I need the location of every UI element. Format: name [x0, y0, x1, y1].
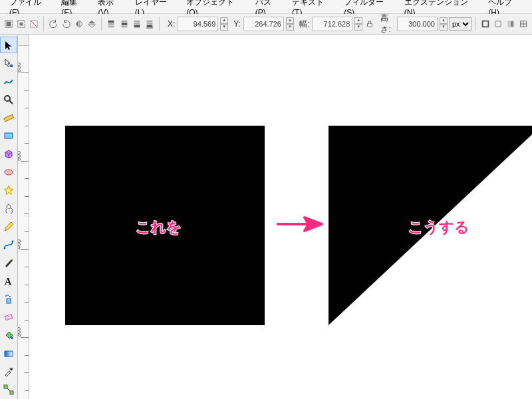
- y-label: Y:: [233, 19, 241, 29]
- svg-rect-10: [121, 23, 127, 25]
- star-tool[interactable]: [0, 182, 17, 198]
- flip-vertical-icon[interactable]: [86, 17, 97, 31]
- affect-pattern-icon[interactable]: [518, 17, 529, 31]
- pencil-tool[interactable]: [0, 218, 17, 235]
- spiral-tool[interactable]: [0, 200, 17, 217]
- affect-stroke-icon[interactable]: [480, 17, 491, 31]
- svg-point-41: [11, 336, 13, 339]
- svg-rect-21: [495, 21, 501, 27]
- connector-tool[interactable]: [0, 382, 17, 398]
- svg-rect-7: [108, 23, 114, 25]
- affect-corners-icon[interactable]: [493, 17, 504, 31]
- svg-rect-36: [7, 299, 11, 303]
- calligraphy-tool[interactable]: [0, 255, 17, 271]
- canvas[interactable]: これを こうする: [29, 46, 532, 399]
- toolbox: A: [0, 35, 18, 399]
- gradient-tool[interactable]: [0, 345, 17, 362]
- svg-rect-6: [108, 21, 114, 23]
- svg-text:A: A: [5, 277, 12, 287]
- x-input[interactable]: [178, 17, 218, 31]
- svg-rect-12: [134, 21, 140, 23]
- dropper-tool[interactable]: [0, 363, 17, 380]
- annotation-right: こうする: [408, 217, 469, 237]
- ruler-left-label: 300: [18, 327, 22, 337]
- svg-rect-1: [6, 22, 11, 27]
- x-spinner[interactable]: ▲▼: [220, 17, 228, 31]
- svg-rect-45: [10, 391, 13, 394]
- ruler-left-label: 400: [18, 239, 22, 249]
- svg-rect-31: [5, 133, 13, 138]
- svg-line-46: [7, 388, 10, 391]
- ruler-left-label: 500: [18, 151, 22, 161]
- svg-rect-23: [508, 21, 511, 27]
- selector-tool[interactable]: [0, 37, 17, 53]
- select-same-icon[interactable]: [15, 17, 27, 31]
- rotate-cw-icon[interactable]: [61, 17, 72, 31]
- svg-rect-20: [483, 21, 489, 27]
- svg-point-32: [5, 170, 13, 175]
- svg-point-43: [10, 368, 13, 370]
- raise-icon[interactable]: [118, 17, 130, 31]
- ellipse-tool[interactable]: [0, 164, 17, 180]
- svg-rect-30: [4, 114, 14, 121]
- lock-aspect-icon[interactable]: [364, 17, 375, 31]
- menubar: ファイル(F) 編集(E) 表示(V) レイヤー(L) オブジェクト(O) パス…: [0, 0, 532, 14]
- arrow-icon: [275, 213, 323, 235]
- zoom-tool[interactable]: [0, 91, 17, 108]
- svg-point-38: [7, 295, 9, 296]
- svg-point-34: [12, 240, 14, 242]
- select-all-layers-icon[interactable]: [3, 17, 14, 31]
- eraser-tool[interactable]: [0, 309, 17, 325]
- svg-rect-44: [4, 385, 7, 388]
- width-spinner[interactable]: ▲▼: [354, 17, 362, 31]
- width-label: 幅:: [299, 19, 309, 30]
- width-input[interactable]: [312, 17, 352, 31]
- flip-horizontal-icon[interactable]: [73, 17, 84, 31]
- annotation-left: これを: [136, 217, 182, 237]
- options-bar: X: ▲▼ Y: ▲▼ 幅: ▲▼ 高さ: ▲▼ px: [0, 14, 532, 35]
- rotate-ccw-icon[interactable]: [48, 17, 59, 31]
- height-label: 高さ:: [380, 13, 394, 35]
- svg-rect-14: [134, 25, 140, 28]
- node-tool[interactable]: [0, 55, 17, 71]
- svg-rect-17: [146, 25, 152, 28]
- svg-rect-16: [146, 23, 152, 25]
- svg-rect-13: [134, 23, 140, 25]
- ruler-vertical[interactable]: 600500400300: [18, 46, 29, 399]
- svg-line-5: [31, 21, 37, 27]
- 3dbox-tool[interactable]: [0, 146, 17, 162]
- y-spinner[interactable]: ▲▼: [286, 17, 294, 31]
- bezier-tool[interactable]: [0, 236, 17, 253]
- svg-point-28: [5, 96, 10, 101]
- height-input[interactable]: [397, 17, 438, 31]
- affect-gradient-icon[interactable]: [505, 17, 517, 31]
- measure-tool[interactable]: [0, 109, 17, 126]
- svg-rect-9: [121, 21, 127, 23]
- lower-to-bottom-icon[interactable]: [144, 17, 155, 31]
- svg-point-3: [19, 22, 23, 25]
- unit-select[interactable]: px: [449, 17, 471, 31]
- tweak-tool[interactable]: [0, 73, 17, 90]
- paint-bucket-tool[interactable]: [0, 327, 17, 344]
- svg-rect-42: [5, 351, 13, 356]
- canvas-area: 0100200300400500600700800 600500400300: [18, 35, 532, 399]
- spray-tool[interactable]: [0, 291, 17, 307]
- raise-to-top-icon[interactable]: [106, 17, 117, 31]
- svg-line-29: [9, 100, 13, 104]
- svg-rect-27: [10, 65, 13, 67]
- x-label: X:: [168, 19, 175, 29]
- svg-point-39: [9, 296, 11, 297]
- height-spinner[interactable]: ▲▼: [440, 17, 448, 31]
- lower-icon[interactable]: [131, 17, 142, 31]
- rectangle-tool[interactable]: [0, 127, 17, 144]
- svg-point-33: [4, 247, 6, 249]
- y-input[interactable]: [243, 17, 284, 31]
- ruler-corner[interactable]: [18, 35, 29, 46]
- svg-rect-15: [146, 21, 152, 23]
- svg-point-37: [5, 295, 7, 297]
- svg-rect-19: [367, 23, 372, 27]
- svg-rect-8: [108, 26, 114, 28]
- deselect-icon[interactable]: [28, 17, 39, 31]
- text-tool[interactable]: A: [0, 273, 17, 289]
- svg-rect-11: [121, 26, 127, 28]
